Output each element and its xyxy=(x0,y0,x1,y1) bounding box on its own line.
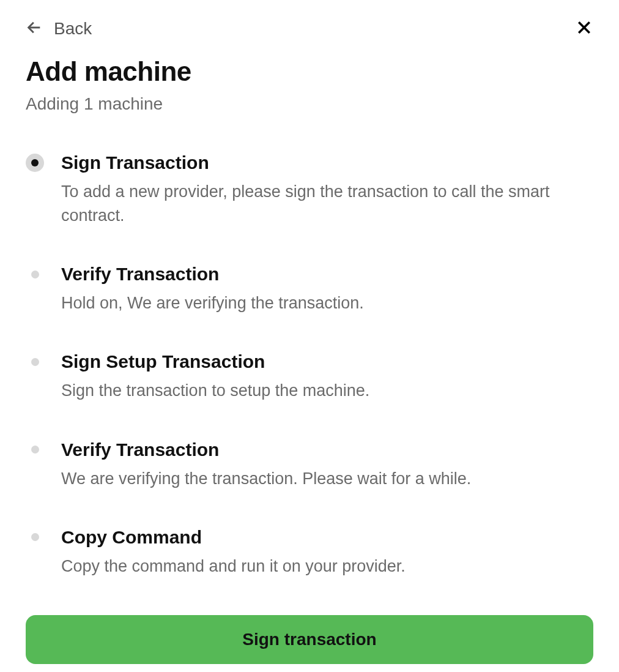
step-title: Sign Setup Transaction xyxy=(61,351,593,373)
step-content: Verify Transaction Hold on, We are verif… xyxy=(61,263,593,315)
step-desc: Sign the transaction to setup the machin… xyxy=(61,379,593,403)
header-row: Back xyxy=(26,18,593,39)
step-item: Sign Setup Transaction Sign the transact… xyxy=(26,351,593,403)
step-item: Sign Transaction To add a new provider, … xyxy=(26,152,593,228)
step-desc: We are verifying the transaction. Please… xyxy=(61,467,593,491)
step-bullet-inactive-icon xyxy=(26,265,44,283)
step-content: Copy Command Copy the command and run it… xyxy=(61,526,593,578)
back-button[interactable]: Back xyxy=(26,19,92,39)
step-item: Verify Transaction Hold on, We are verif… xyxy=(26,263,593,315)
step-desc: Copy the command and run it on your prov… xyxy=(61,554,593,578)
arrow-left-icon xyxy=(26,19,43,39)
step-bullet-inactive-icon xyxy=(26,353,44,371)
step-desc: To add a new provider, please sign the t… xyxy=(61,180,593,228)
step-content: Sign Setup Transaction Sign the transact… xyxy=(61,351,593,403)
step-title: Verify Transaction xyxy=(61,439,593,461)
step-title: Copy Command xyxy=(61,526,593,548)
page-title: Add machine xyxy=(26,56,593,87)
steps-list: Sign Transaction To add a new provider, … xyxy=(26,152,593,578)
page-subtitle: Adding 1 machine xyxy=(26,94,593,114)
step-bullet-active-icon xyxy=(26,154,44,172)
step-desc: Hold on, We are verifying the transactio… xyxy=(61,291,593,315)
step-title: Sign Transaction xyxy=(61,152,593,174)
back-label: Back xyxy=(54,19,92,39)
close-icon[interactable] xyxy=(575,18,593,39)
step-item: Copy Command Copy the command and run it… xyxy=(26,526,593,578)
sign-transaction-button[interactable]: Sign transaction xyxy=(26,615,593,664)
step-content: Sign Transaction To add a new provider, … xyxy=(61,152,593,228)
step-item: Verify Transaction We are verifying the … xyxy=(26,439,593,491)
step-title: Verify Transaction xyxy=(61,263,593,285)
step-content: Verify Transaction We are verifying the … xyxy=(61,439,593,491)
step-bullet-inactive-icon xyxy=(26,528,44,547)
step-bullet-inactive-icon xyxy=(26,441,44,459)
